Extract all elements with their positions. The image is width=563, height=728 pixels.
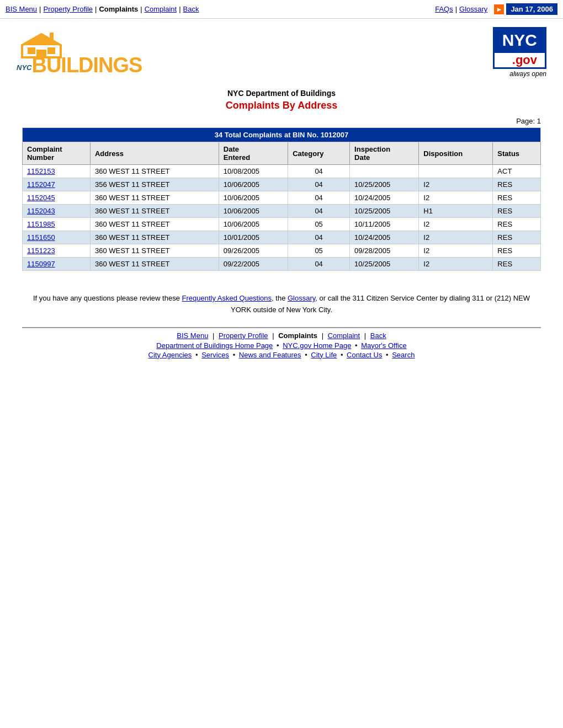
complaint-number-link[interactable]: 1150997 (27, 260, 55, 268)
date-entered-cell: 10/06/2005 (219, 205, 288, 218)
glossary-info-link[interactable]: Glossary (288, 294, 315, 302)
nyc-gov-logo: NYC .gov always open (493, 27, 546, 78)
top-nav-left: BIS Menu | Property Profile | Complaints… (6, 5, 199, 13)
buildings-text: BUILDINGS (31, 55, 142, 76)
footer-back-link[interactable]: Back (370, 331, 386, 340)
complaint-number-cell: 1152043 (23, 205, 91, 218)
complaint-number-cell: 1151985 (23, 218, 91, 231)
footer-bis-menu-link[interactable]: BIS Menu (177, 331, 208, 340)
col-header-category: Category (288, 142, 350, 165)
category-cell: 04 (288, 231, 350, 244)
disposition-cell: I2 (419, 178, 493, 191)
complaints-label: Complaints (99, 5, 138, 13)
table-row: 1151223360 WEST 11 STREET09/26/20050509/… (23, 244, 541, 258)
sep2: | (95, 5, 97, 13)
table-row: 1152153360 WEST 11 STREET10/08/200504ACT (23, 165, 541, 178)
address-cell: 360 WEST 11 STREET (90, 205, 219, 218)
city-agencies-link[interactable]: City Agencies (148, 351, 192, 359)
complaint-number-cell: 1150997 (23, 258, 91, 271)
back-link[interactable]: Back (183, 5, 199, 13)
address-cell: 360 WEST 11 STREET (90, 218, 219, 231)
sep1: | (39, 5, 41, 13)
table-row: 1151650360 WEST 11 STREET10/01/20050410/… (23, 231, 541, 244)
address-cell: 360 WEST 11 STREET (90, 258, 219, 271)
complaint-link[interactable]: Complaint (145, 5, 177, 13)
table-row: 1152047356 WEST 11 STREET10/06/20050410/… (23, 178, 541, 191)
page-title: Complaints By Address (22, 100, 541, 111)
category-cell: 05 (288, 218, 350, 231)
status-cell: RES (493, 178, 541, 191)
property-profile-link[interactable]: Property Profile (43, 5, 93, 13)
complaint-number-link[interactable]: 1152045 (27, 194, 55, 202)
category-cell: 04 (288, 258, 350, 271)
svg-rect-2 (28, 47, 35, 54)
sep5: | (455, 5, 457, 13)
faq-link[interactable]: Frequently Asked Questions (182, 294, 272, 302)
category-cell: 04 (288, 178, 350, 191)
top-nav-right: FAQs | Glossary ► Jan 17, 2006 (435, 3, 557, 15)
address-cell: 360 WEST 11 STREET (90, 191, 219, 205)
inspection-date-cell: 10/24/2005 (350, 191, 419, 205)
contact-us-link[interactable]: Contact Us (347, 351, 382, 359)
complaint-number-link[interactable]: 1151650 (27, 233, 55, 242)
svg-rect-5 (50, 33, 54, 40)
glossary-link[interactable]: Glossary (459, 5, 487, 13)
table-main-header: 34 Total Complaints at BIN No. 1012007 (23, 128, 541, 142)
status-cell: RES (493, 191, 541, 205)
table-row: 1151985360 WEST 11 STREET10/06/20050510/… (23, 218, 541, 231)
always-open-label: always open (493, 70, 546, 78)
sep3: | (140, 5, 142, 13)
col-header-inspection-date: InspectionDate (350, 142, 419, 165)
disposition-cell: I2 (419, 218, 493, 231)
faqs-link[interactable]: FAQs (435, 5, 453, 13)
dot-gov-label: .gov (512, 53, 537, 67)
footer-nav-row1: BIS Menu | Property Profile | Complaints… (22, 331, 541, 340)
status-cell: RES (493, 244, 541, 258)
inspection-date-cell: 10/25/2005 (350, 178, 419, 191)
date-display: Jan 17, 2006 (506, 3, 557, 15)
disposition-cell: I2 (419, 191, 493, 205)
complaint-number-link[interactable]: 1152043 (27, 207, 55, 215)
complaint-number-link[interactable]: 1151985 (27, 220, 55, 228)
complaint-number-cell: 1152047 (23, 178, 91, 191)
search-link[interactable]: Search (392, 351, 415, 359)
complaint-number-link[interactable]: 1152047 (27, 180, 55, 189)
bis-menu-link[interactable]: BIS Menu (6, 5, 37, 13)
complaint-number-cell: 1151223 (23, 244, 91, 258)
news-features-link[interactable]: News and Features (239, 351, 301, 359)
complaint-number-link[interactable]: 1152153 (27, 167, 55, 175)
nyc-gov-home-link[interactable]: NYC.gov Home Page (283, 341, 351, 350)
complaint-number-cell: 1151650 (23, 231, 91, 244)
status-cell: RES (493, 205, 541, 218)
disposition-cell: I2 (419, 244, 493, 258)
complaint-number-link[interactable]: 1151223 (27, 247, 55, 255)
header-section: NYC BUILDINGS NYC .gov always open (0, 19, 563, 83)
disposition-cell (419, 165, 493, 178)
inspection-date-cell: 10/25/2005 (350, 258, 419, 271)
top-navigation: BIS Menu | Property Profile | Complaints… (0, 0, 563, 19)
status-cell: ACT (493, 165, 541, 178)
disposition-cell: I2 (419, 231, 493, 244)
sep4: | (179, 5, 180, 13)
inspection-date-cell: 10/11/2005 (350, 218, 419, 231)
inspection-date-cell: 09/28/2005 (350, 244, 419, 258)
services-link[interactable]: Services (201, 351, 229, 359)
dept-home-link[interactable]: Department of Buildings Home Page (156, 341, 273, 350)
col-header-address: Address (90, 142, 219, 165)
footer-nav: BIS Menu | Property Profile | Complaints… (22, 327, 541, 359)
info-section: If you have any questions please review … (22, 293, 541, 316)
address-cell: 360 WEST 11 STREET (90, 165, 219, 178)
main-content: NYC Department of Buildings Complaints B… (0, 83, 563, 366)
mayors-office-link[interactable]: Mayor's Office (361, 341, 406, 350)
buildings-logo: NYC BUILDINGS (17, 30, 142, 76)
status-cell: RES (493, 218, 541, 231)
complaints-table: 34 Total Complaints at BIN No. 1012007 C… (22, 127, 541, 271)
date-arrow-icon: ► (494, 4, 504, 14)
footer-property-profile-link[interactable]: Property Profile (219, 331, 268, 340)
footer-complaint-link[interactable]: Complaint (328, 331, 360, 340)
status-cell: RES (493, 231, 541, 244)
svg-rect-3 (47, 47, 55, 54)
date-entered-cell: 10/06/2005 (219, 178, 288, 191)
inspection-date-cell: 10/24/2005 (350, 231, 419, 244)
city-life-link[interactable]: City Life (311, 351, 337, 359)
